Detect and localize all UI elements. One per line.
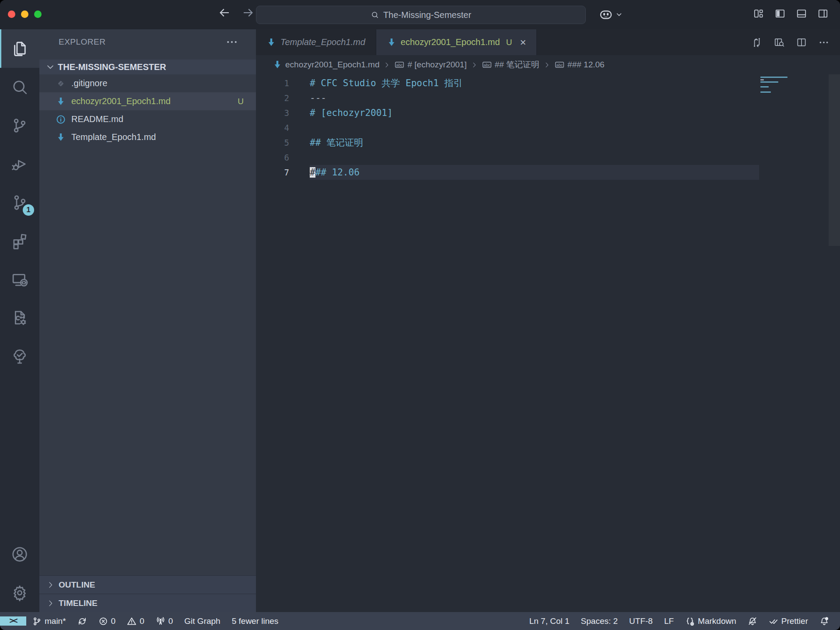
zoom-window-button[interactable]: [34, 10, 42, 18]
editor-tab[interactable]: echozyr2001_Epoch1.mdU×: [376, 29, 537, 55]
status-label: 5 fewer lines: [232, 616, 279, 626]
compare-changes-icon[interactable]: [751, 37, 763, 48]
split-editor-icon[interactable]: [796, 37, 807, 48]
tab-label: Template_Epoch1.md: [280, 37, 365, 47]
status-notifications[interactable]: [814, 612, 835, 630]
toggle-primary-sidebar-icon[interactable]: [774, 8, 786, 19]
more-actions-icon[interactable]: [818, 37, 830, 48]
status-label: 0: [168, 616, 173, 626]
activity-extensions[interactable]: [0, 222, 39, 260]
workspace-root-folder[interactable]: THE-MISSING-SEMESTER: [39, 60, 256, 74]
status-git-graph[interactable]: Git Graph: [178, 616, 226, 626]
file-row[interactable]: Template_Epoch1.md: [39, 128, 256, 146]
file-row[interactable]: echozyr2001_Epoch1.mdU: [39, 92, 256, 110]
settings-gear-icon: [10, 584, 29, 602]
close-window-button[interactable]: [8, 10, 15, 18]
code-line[interactable]: 3# [echozyr2001]: [256, 105, 840, 120]
toggle-panel-icon[interactable]: [796, 8, 807, 19]
status-language-mode[interactable]: Markdown: [679, 612, 742, 630]
explorer-more-actions-icon[interactable]: [225, 35, 238, 49]
breadcrumb-label: # [echozyr2001]: [407, 60, 466, 70]
command-center-search[interactable]: The-Missing-Semester: [256, 6, 586, 24]
tab-bar: Template_Epoch1.mdechozyr2001_Epoch1.mdU…: [256, 29, 840, 55]
status-notifications-muted[interactable]: [742, 612, 763, 630]
search-icon: [10, 78, 29, 96]
editor-tab[interactable]: Template_Epoch1.md: [256, 29, 376, 55]
source-control-icon: [10, 116, 29, 135]
markdown-file-icon: [266, 38, 276, 47]
branch-icon: [32, 616, 42, 626]
copilot-icon: [598, 7, 613, 22]
traffic-lights: [8, 10, 42, 18]
status-encoding[interactable]: UTF-8: [623, 612, 658, 630]
code-line[interactable]: 5## 笔记证明: [256, 135, 840, 150]
status-label: 0: [111, 616, 116, 626]
copilot-menu[interactable]: [598, 7, 623, 22]
braces-icon: [685, 616, 695, 626]
activity-run-debug[interactable]: [0, 145, 39, 183]
chevron-down-icon: [46, 62, 55, 72]
toggle-secondary-sidebar-icon[interactable]: [817, 8, 829, 19]
activity-source-control[interactable]: [0, 106, 39, 145]
status-cursor-position[interactable]: Ln 7, Col 1: [524, 612, 575, 630]
activity-account[interactable]: [0, 535, 39, 574]
status-errors[interactable]: 0: [93, 616, 122, 626]
activity-remote-explorer[interactable]: [0, 260, 39, 299]
close-tab-icon[interactable]: ×: [520, 37, 526, 48]
forward-arrow-icon[interactable]: [242, 6, 255, 19]
code-line[interactable]: 4: [256, 120, 840, 135]
status-diff-lines[interactable]: 5 fewer lines: [226, 616, 284, 626]
status-label: 0: [140, 616, 144, 626]
section-timeline[interactable]: TIMELINE: [39, 594, 256, 612]
activity-settings-gear[interactable]: [0, 574, 39, 612]
markdown-file-icon: [56, 97, 66, 106]
vscode-window: The-Missing-Semester 1: [0, 0, 840, 630]
activity-git-graph[interactable]: 1: [0, 183, 39, 222]
customize-layout-icon[interactable]: [753, 8, 764, 19]
double-check-icon: [769, 616, 778, 626]
markdown-file-icon: [273, 60, 282, 70]
text-cursor: #: [310, 167, 315, 178]
activity-files[interactable]: [0, 29, 39, 68]
code-line[interactable]: 6: [256, 150, 840, 165]
activity-code-settings[interactable]: [0, 299, 39, 337]
breadcrumb-item[interactable]: abc# [echozyr2001]: [395, 60, 466, 70]
code-line[interactable]: 7### 12.06: [256, 165, 840, 180]
files-icon: [10, 39, 29, 58]
status-formatter[interactable]: Prettier: [763, 612, 814, 630]
code-editor[interactable]: 1# CFC Studio 共学 Epoch1 指引2---3# [echozy…: [256, 74, 840, 612]
status-warnings[interactable]: 0: [121, 616, 150, 626]
code-text: ## 笔记证明: [310, 135, 759, 150]
breadcrumb-label: echozyr2001_Epoch1.md: [285, 60, 379, 70]
section-label: OUTLINE: [59, 580, 95, 590]
svg-text:abc: abc: [396, 63, 403, 67]
code-settings-icon: [10, 309, 29, 327]
status-indentation[interactable]: Spaces: 2: [575, 612, 624, 630]
explorer-header: EXPLORER: [59, 37, 105, 47]
status-git-branch[interactable]: main*: [26, 616, 72, 626]
status-sync-changes[interactable]: [72, 616, 93, 626]
file-row[interactable]: .gitignore: [39, 74, 256, 92]
status-ports[interactable]: 0: [150, 616, 179, 626]
code-text: # CFC Studio 共学 Epoch1 指引: [310, 76, 759, 91]
back-arrow-icon[interactable]: [218, 6, 231, 19]
activity-search[interactable]: [0, 68, 39, 106]
code-text: # [echozyr2001]: [310, 105, 759, 120]
breadcrumb-item[interactable]: abc### 12.06: [555, 60, 605, 70]
scrollbar[interactable]: [829, 74, 840, 246]
remote-glyph: ><: [9, 616, 17, 626]
status-label: Ln 7, Col 1: [529, 616, 570, 626]
code-line[interactable]: 2---: [256, 91, 840, 105]
breadcrumb-item[interactable]: abc## 笔记证明: [482, 59, 539, 70]
code-line[interactable]: 1# CFC Studio 共学 Epoch1 指引: [256, 76, 840, 91]
open-preview-icon[interactable]: [774, 37, 785, 48]
gitignore-icon: [56, 79, 66, 88]
code-text: [310, 120, 759, 135]
breadcrumb-item[interactable]: echozyr2001_Epoch1.md: [273, 60, 379, 70]
section-outline[interactable]: OUTLINE: [39, 575, 256, 594]
activity-todo-tree[interactable]: [0, 337, 39, 376]
status-remote-indicator[interactable]: ><: [0, 616, 26, 626]
file-row[interactable]: README.md: [39, 110, 256, 128]
minimize-window-button[interactable]: [21, 10, 28, 18]
status-eol[interactable]: LF: [658, 612, 679, 630]
